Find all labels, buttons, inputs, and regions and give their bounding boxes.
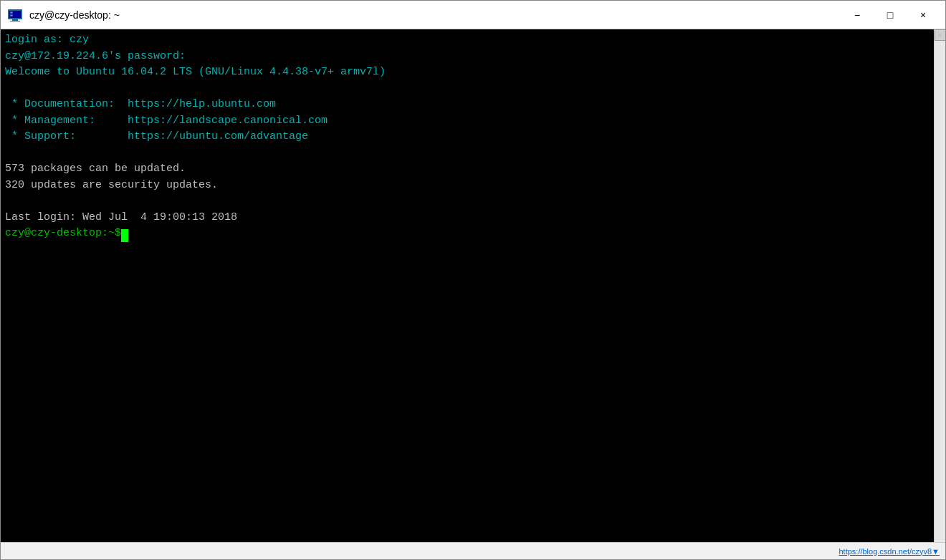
terminal-line: * Support: https://ubuntu.com/advantage (5, 129, 941, 145)
terminal-line: login as: czy (5, 32, 941, 49)
terminal-line: 320 updates are security updates. (5, 178, 941, 194)
terminal-line: czy@172.19.224.6's password: (5, 49, 941, 65)
prompt-line: czy@czy-desktop:~$ (5, 226, 941, 242)
terminal-line (5, 193, 941, 210)
title-bar: czy@czy-desktop: ~ − □ × (1, 1, 945, 29)
maximize-button[interactable]: □ (874, 4, 907, 26)
terminal-line (5, 145, 941, 162)
svg-rect-6 (14, 11, 20, 16)
window-title: czy@czy-desktop: ~ (29, 9, 841, 21)
terminal-icon (6, 6, 24, 24)
scroll-track[interactable] (935, 41, 945, 542)
prompt-text: czy@czy-desktop:~$ (5, 226, 121, 242)
close-button[interactable]: × (907, 4, 940, 26)
scrollbar[interactable]: ▲ (934, 29, 945, 542)
scroll-up-arrow[interactable]: ▲ (935, 29, 946, 41)
terminal-body[interactable]: login as: czy czy@172.19.224.6's passwor… (1, 29, 945, 542)
terminal-line: Welcome to Ubuntu 16.04.2 LTS (GNU/Linux… (5, 64, 941, 81)
terminal-line: 573 packages can be updated. (5, 161, 941, 178)
status-bar: https://blog.csdn.net/czyv8▼ (1, 542, 945, 559)
terminal-line: * Management: https://landscape.canonica… (5, 113, 941, 130)
status-link[interactable]: https://blog.csdn.net/czyv8▼ (838, 547, 940, 556)
cursor-block (121, 229, 128, 242)
terminal-line (5, 81, 941, 97)
terminal-line: Last login: Wed Jul 4 19:00:13 2018 (5, 210, 941, 226)
minimize-button[interactable]: − (841, 4, 874, 26)
svg-rect-3 (10, 21, 20, 21)
window-controls: − □ × (841, 4, 940, 26)
svg-point-7 (11, 11, 12, 13)
terminal-line: * Documentation: https://help.ubuntu.com (5, 97, 941, 113)
terminal-window: czy@czy-desktop: ~ − □ × login as: czy c… (0, 0, 946, 560)
svg-point-8 (11, 14, 12, 16)
svg-rect-2 (12, 19, 18, 21)
